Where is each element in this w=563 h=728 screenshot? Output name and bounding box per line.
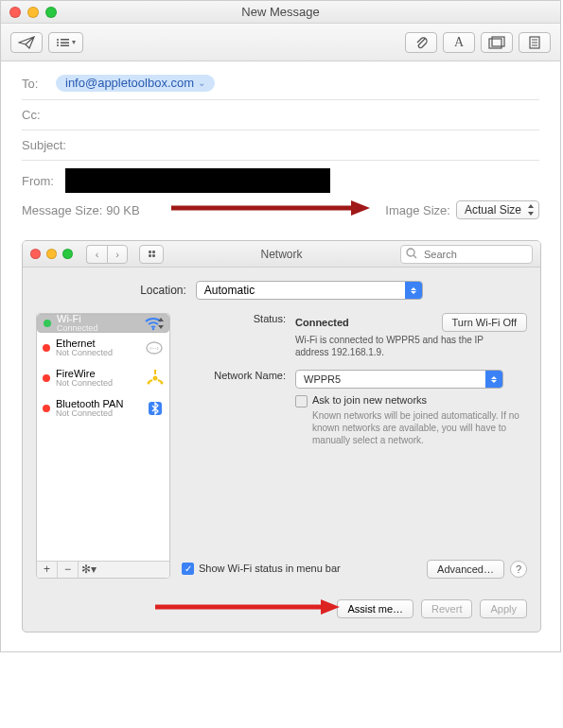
svg-point-16: [152, 328, 154, 330]
to-recipient-pill[interactable]: info@appletoolbox.com⌄: [56, 75, 215, 92]
sidebar-item-bluetooth-pan[interactable]: Bluetooth PANNot Connected: [37, 393, 169, 424]
sidebar-item-ethernet[interactable]: EthernetNot Connected ‹··›: [37, 333, 169, 363]
subject-row[interactable]: Subject:: [22, 130, 539, 161]
gear-icon: ✻▾: [81, 563, 97, 576]
paperclip-icon: [414, 35, 428, 50]
question-icon: ?: [516, 563, 521, 575]
from-label: From:: [22, 174, 58, 188]
cc-row[interactable]: Cc:: [22, 100, 539, 130]
remove-interface-button[interactable]: −: [58, 562, 79, 578]
format-button[interactable]: A: [443, 32, 475, 53]
minimize-button[interactable]: [27, 7, 39, 18]
minimize-button[interactable]: [46, 249, 57, 259]
sidebar-item-status: Not Connected: [56, 379, 113, 389]
attach-button[interactable]: [405, 32, 437, 53]
letter-a-icon: A: [454, 35, 464, 50]
chevron-down-icon: ▾: [72, 38, 76, 46]
status-dot-disconnected: [43, 405, 50, 412]
svg-point-4: [57, 44, 59, 46]
chevron-right-icon: ›: [115, 249, 119, 260]
interface-detail: Status: Connected Turn Wi-Fi Off Wi-Fi i…: [182, 313, 527, 579]
subject-label: Subject:: [22, 138, 66, 152]
status-value: Connected: [295, 317, 349, 328]
svg-point-19: [153, 375, 158, 380]
to-row: To: info@appletoolbox.com⌄: [22, 67, 539, 100]
interface-actions-button[interactable]: ✻▾: [79, 562, 99, 578]
help-button[interactable]: ?: [510, 561, 527, 578]
zoom-button[interactable]: [45, 7, 57, 18]
photo-browser-button[interactable]: [481, 32, 513, 53]
add-interface-button[interactable]: +: [37, 562, 58, 578]
status-label: Status:: [182, 313, 295, 358]
svg-rect-1: [61, 39, 69, 41]
back-button[interactable]: ‹: [86, 245, 107, 264]
window-title: New Message: [1, 5, 560, 19]
zoom-button[interactable]: [62, 249, 73, 259]
ask-to-join-label: Ask to join new networks: [312, 394, 427, 406]
image-size-select[interactable]: Actual Size: [456, 200, 539, 219]
header-fields-button[interactable]: ▾: [48, 32, 83, 53]
svg-point-14: [407, 249, 414, 256]
ask-to-join-help: Known networks will be joined automatica…: [312, 407, 520, 446]
message-size-value: 90 KB: [106, 203, 139, 217]
status-dot-connected: [44, 320, 51, 327]
sidebar-item-status: Not Connected: [56, 349, 113, 358]
from-row: From:: [22, 161, 539, 197]
ask-to-join-checkbox[interactable]: [295, 395, 308, 407]
firewire-icon: [147, 370, 164, 387]
to-label: To:: [22, 77, 48, 91]
turn-wifi-off-button[interactable]: Turn Wi-Fi Off: [442, 313, 527, 332]
message-body[interactable]: ‹ › Network Location: Automatic: [1, 229, 560, 651]
forward-button[interactable]: ›: [107, 245, 128, 264]
wifi-icon: [144, 316, 163, 331]
interface-sidebar: Wi-FiConnected EthernetNot Connected ‹··…: [36, 313, 170, 579]
plus-icon: +: [44, 563, 50, 576]
show-all-button[interactable]: [139, 245, 164, 264]
send-button[interactable]: [10, 32, 43, 53]
message-size-label: Message Size:: [22, 203, 102, 217]
document-icon: [529, 36, 540, 49]
svg-rect-5: [61, 44, 69, 46]
message-size-row: Message Size: 90 KB Image Size: Actual S…: [1, 197, 560, 229]
image-size-label: Image Size:: [385, 203, 450, 217]
close-button[interactable]: [30, 249, 41, 259]
network-titlebar: ‹ › Network: [23, 241, 540, 268]
network-name-label: Network Name:: [182, 370, 295, 389]
svg-text:‹··›: ‹··›: [150, 344, 159, 353]
revert-button[interactable]: Revert: [421, 599, 472, 618]
close-button[interactable]: [9, 7, 21, 18]
search-input[interactable]: [400, 245, 533, 264]
list-icon: [56, 38, 69, 47]
apply-button[interactable]: Apply: [480, 599, 527, 618]
svg-point-24: [148, 381, 150, 384]
show-wifi-status-checkbox[interactable]: [182, 563, 194, 575]
show-wifi-status-label: Show Wi-Fi status in menu bar: [199, 563, 341, 574]
status-dot-disconnected: [43, 374, 50, 382]
svg-point-0: [57, 39, 59, 41]
svg-line-15: [413, 255, 416, 258]
search-icon: [406, 248, 417, 259]
bluetooth-icon: [147, 400, 164, 417]
location-label: Location:: [140, 284, 186, 297]
mail-toolbar: ▾ A: [1, 24, 560, 61]
stationery-button[interactable]: [519, 32, 551, 53]
sidebar-item-wifi[interactable]: Wi-FiConnected: [37, 314, 169, 333]
network-name-select[interactable]: WPPR5: [295, 370, 503, 389]
svg-point-23: [154, 370, 157, 372]
sidebar-item-firewire[interactable]: FireWireNot Connected: [37, 363, 169, 393]
svg-point-25: [161, 381, 164, 384]
svg-marker-13: [351, 200, 370, 216]
location-select[interactable]: Automatic: [196, 281, 423, 300]
status-dot-disconnected: [43, 344, 50, 352]
ethernet-icon: ‹··›: [145, 340, 164, 355]
svg-marker-28: [321, 599, 340, 615]
chevron-left-icon: ‹: [96, 249, 99, 260]
cc-label: Cc:: [22, 108, 48, 122]
photo-stack-icon: [488, 36, 505, 49]
grid-icon: [149, 251, 155, 257]
mail-titlebar: New Message: [1, 1, 560, 24]
advanced-button[interactable]: Advanced…: [427, 560, 504, 579]
status-help-text: Wi-Fi is connected to WPPR5 and has the …: [295, 332, 513, 358]
assist-me-button[interactable]: Assist me…: [337, 599, 413, 618]
annotation-arrow-2: [155, 598, 340, 616]
